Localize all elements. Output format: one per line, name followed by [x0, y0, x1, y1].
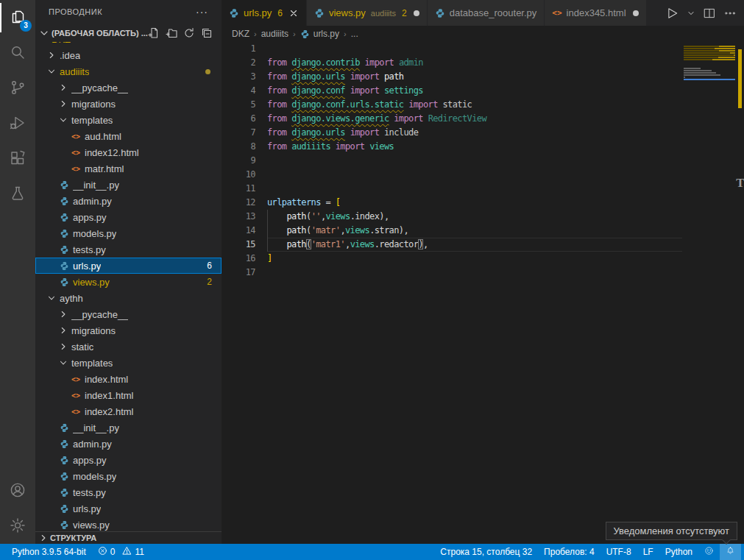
account-icon [9, 481, 26, 501]
code-editor[interactable]: 12from django.contrib import admin3from … [222, 42, 744, 544]
breadcrumb-item-DKZ[interactable]: DKZ [232, 29, 249, 39]
tree-item-index12.html[interactable]: <>index12.html [35, 144, 222, 160]
tree-item-label: __pycache__ [71, 82, 128, 93]
code-line-17[interactable]: 17 [222, 266, 744, 280]
tree-item-views.py[interactable]: views.py [35, 517, 222, 531]
code-line-16[interactable]: 16] [222, 252, 744, 266]
status-problems[interactable]: 011 [92, 544, 150, 560]
code-line-2[interactable]: 2from django.contrib import admin [222, 56, 744, 70]
breadcrumb-item-urls.py[interactable]: urls.py [300, 29, 339, 39]
outline-label: СТРУКТУРА [50, 534, 96, 542]
breadcrumb-item-audiiits[interactable]: audiiits [261, 29, 288, 39]
code-line-3[interactable]: 3from django.urls import path [222, 70, 744, 84]
code-line-9[interactable]: 9 [222, 154, 744, 168]
modified-dot-icon[interactable] [414, 10, 419, 16]
code-line-13[interactable]: 13 path('',views.index), [222, 210, 744, 224]
breadcrumb-item-...[interactable]: ... [351, 29, 358, 39]
tree-item-index.html[interactable]: <>index.html [35, 371, 222, 387]
workspace-section-header[interactable]: (РАБОЧАЯ ОБЛАСТЬ) ... [35, 24, 222, 42]
tab-database_roouter.py[interactable]: database_roouter.py [428, 0, 545, 26]
tree-item-__init__.py[interactable]: __init__.py [35, 419, 222, 436]
code-line-5[interactable]: 5from django.conf.urls.static import sta… [222, 98, 744, 112]
tree-item-index1.html[interactable]: <>index1.html [35, 387, 222, 403]
minimap[interactable] [684, 43, 735, 82]
workspace-label: (РАБОЧАЯ ОБЛАСТЬ) ... [52, 29, 148, 38]
modified-dot-icon[interactable] [633, 10, 639, 16]
activity-item-settings[interactable] [0, 508, 35, 544]
tree-item-admin.py[interactable]: admin.py [35, 436, 222, 452]
tree-item-models.py[interactable]: models.py [35, 225, 222, 241]
tree-item-apps.py[interactable]: apps.py [35, 209, 222, 225]
overview-ruler[interactable]: T [736, 42, 744, 544]
tree-item-apps.py[interactable]: apps.py [35, 452, 222, 468]
activity-item-accounts[interactable] [0, 473, 35, 508]
refresh-icon[interactable] [183, 27, 195, 39]
code-line-15[interactable]: 15 path('matr1',views.redactor), [222, 238, 744, 252]
tab-index345.html[interactable]: <>index345.html [545, 0, 646, 26]
activity-item-run-debug[interactable] [0, 106, 35, 141]
code-line-4[interactable]: 4from django.conf import settings [222, 84, 744, 98]
tree-item-index2.html[interactable]: <>index2.html [35, 403, 222, 419]
line-number: 13 [222, 210, 267, 224]
tab-views.py[interactable]: views.pyaudiiits2 [307, 0, 428, 26]
code-line-11[interactable]: 11 [222, 182, 744, 196]
tree-item-__pycache__[interactable]: __pycache__ [35, 306, 222, 322]
code-line-7[interactable]: 7from django.urls import include [222, 126, 744, 140]
tree-item-templates[interactable]: templates [35, 355, 222, 371]
tree-item-DKZ[interactable]: DKZ [35, 42, 222, 47]
activity-item-search[interactable] [0, 35, 35, 71]
run-python-file-button[interactable] [665, 6, 679, 21]
split-editor-button[interactable] [703, 7, 716, 20]
status-encoding[interactable]: UTF-8 [600, 544, 637, 560]
tree-item-tests.py[interactable]: tests.py [35, 484, 222, 500]
new-file-icon[interactable] [148, 27, 160, 39]
code-line-12[interactable]: 12urlpatterns = [ [222, 196, 744, 210]
code-line-8[interactable]: 8from audiiits import views [222, 140, 744, 154]
status-eol[interactable]: LF [637, 544, 659, 560]
tree-item-__pycache__[interactable]: __pycache__ [35, 79, 222, 96]
status-python-interpreter[interactable]: Python 3.9.5 64-bit [6, 544, 92, 560]
tree-item-admin.py[interactable]: admin.py [35, 193, 222, 209]
status-indentation[interactable]: Пробелов: 4 [538, 544, 600, 560]
file-tree: DKZ.ideaaudiiits__pycache__migrationstem… [35, 42, 222, 531]
status-language-mode[interactable]: Python [659, 544, 698, 560]
tree-item-matr.html[interactable]: <>matr.html [35, 160, 222, 177]
tab-urls.py[interactable]: urls.py6 [222, 0, 307, 26]
new-folder-icon[interactable] [166, 27, 177, 39]
code-line-6[interactable]: 6from django.views.generic import Redire… [222, 112, 744, 126]
tree-item-.idea[interactable]: .idea [35, 47, 222, 63]
tree-item-__init__.py[interactable]: __init__.py [35, 177, 222, 193]
activity-item-explorer[interactable]: 3 [0, 0, 35, 35]
line-number: 14 [222, 224, 267, 238]
status-feedback[interactable] [698, 544, 720, 560]
code-line-10[interactable]: 10 [222, 168, 744, 182]
code-line-1[interactable]: 1 [222, 42, 744, 56]
tree-item-audiiits[interactable]: audiiits [35, 63, 222, 79]
activity-item-testing[interactable] [0, 177, 35, 212]
tree-item-urls.py[interactable]: urls.py [35, 500, 222, 517]
more-actions-button[interactable] [723, 7, 737, 20]
close-icon[interactable] [288, 8, 299, 18]
tree-item-aythh[interactable]: aythh [35, 290, 222, 306]
collapse-all-icon[interactable] [201, 27, 213, 39]
tree-item-views.py[interactable]: views.py2 [35, 274, 222, 290]
tree-item-migrations[interactable]: migrations [35, 322, 222, 339]
tree-item-static[interactable]: static [35, 339, 222, 355]
python-file-icon [435, 8, 445, 18]
status-label: LF [643, 547, 653, 557]
activity-item-source-control[interactable] [0, 71, 35, 106]
status-cursor-position[interactable]: Строка 15, столбец 32 [434, 544, 538, 560]
tree-item-tests.py[interactable]: tests.py [35, 241, 222, 258]
tree-item-templates[interactable]: templates [35, 112, 222, 128]
run-dropdown-button[interactable] [687, 9, 695, 18]
line-number: 12 [222, 196, 267, 210]
sidebar-more-actions-icon[interactable]: ··· [196, 6, 208, 18]
tree-item-urls.py[interactable]: urls.py6 [35, 258, 222, 274]
status-notifications[interactable] [720, 544, 741, 560]
tree-item-migrations[interactable]: migrations [35, 96, 222, 112]
code-line-14[interactable]: 14 path('matr',views.stran), [222, 224, 744, 238]
outline-section-header[interactable]: СТРУКТУРА [35, 531, 222, 544]
activity-item-extensions[interactable] [0, 141, 35, 177]
tree-item-models.py[interactable]: models.py [35, 468, 222, 484]
tree-item-aud.html[interactable]: <>aud.html [35, 128, 222, 144]
